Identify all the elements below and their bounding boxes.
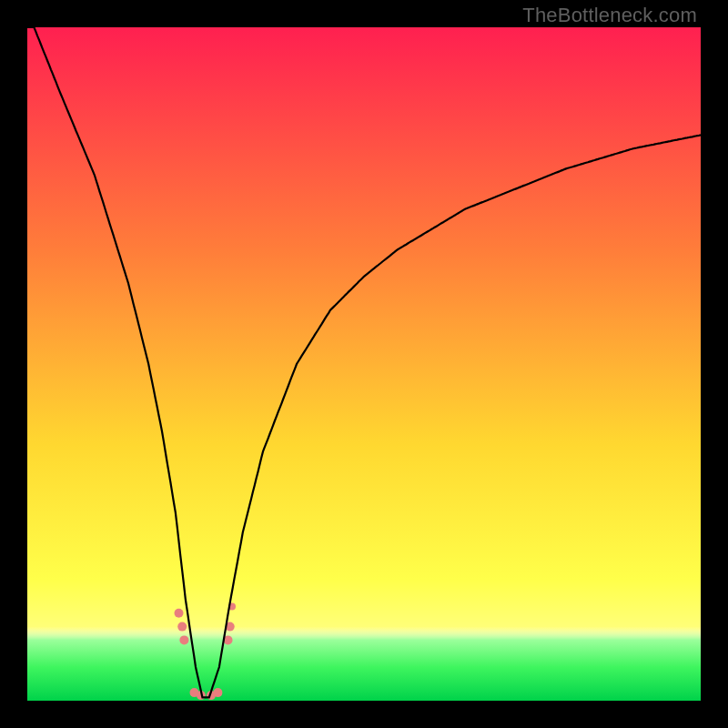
data-marker xyxy=(213,688,222,697)
data-marker xyxy=(179,635,188,644)
plot-frame xyxy=(27,27,701,701)
data-marker xyxy=(175,609,184,618)
curve-layer xyxy=(27,27,701,701)
bottleneck-curve xyxy=(27,27,701,697)
data-marker xyxy=(177,622,187,632)
watermark-label: TheBottleneck.com xyxy=(522,4,697,27)
